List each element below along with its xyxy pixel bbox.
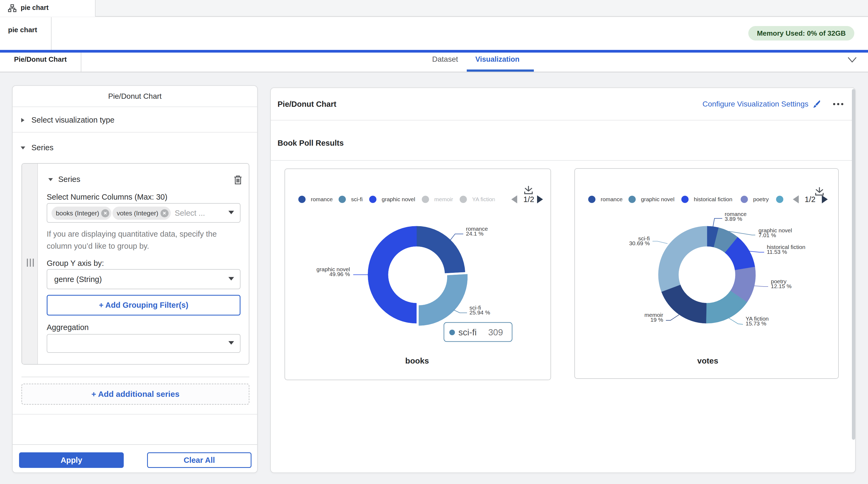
svg-text:romance: romance <box>601 196 623 202</box>
svg-text:graphic novel: graphic novel <box>382 196 415 202</box>
svg-text:romance: romance <box>311 196 333 202</box>
svg-text:7.01 %: 7.01 % <box>758 232 776 238</box>
svg-text:25.94 %: 25.94 % <box>469 309 490 316</box>
svg-text:3.89 %: 3.89 % <box>725 216 742 222</box>
svg-text:1/2: 1/2 <box>805 195 815 204</box>
svg-text:309: 309 <box>488 327 503 337</box>
svg-text:49.96 %: 49.96 % <box>329 271 350 277</box>
svg-text:sci-fi: sci-fi <box>351 196 363 202</box>
svg-text:graphic novel: graphic novel <box>641 196 675 202</box>
svg-text:12.15 %: 12.15 % <box>771 283 792 289</box>
svg-text:votes: votes <box>697 356 718 365</box>
svg-text:24.1 %: 24.1 % <box>466 230 484 237</box>
svg-text:11.53 %: 11.53 % <box>767 249 787 255</box>
svg-text:1/2: 1/2 <box>523 195 534 204</box>
svg-text:19 %: 19 % <box>650 317 663 323</box>
svg-text:sci-fi: sci-fi <box>458 327 477 337</box>
svg-text:historical fiction: historical fiction <box>694 196 733 202</box>
svg-text:memoir: memoir <box>434 196 453 202</box>
svg-text:poetry: poetry <box>753 196 769 202</box>
svg-text:15.73 %: 15.73 % <box>746 320 766 326</box>
svg-text:books: books <box>405 356 429 365</box>
svg-text:30.69 %: 30.69 % <box>629 240 650 246</box>
